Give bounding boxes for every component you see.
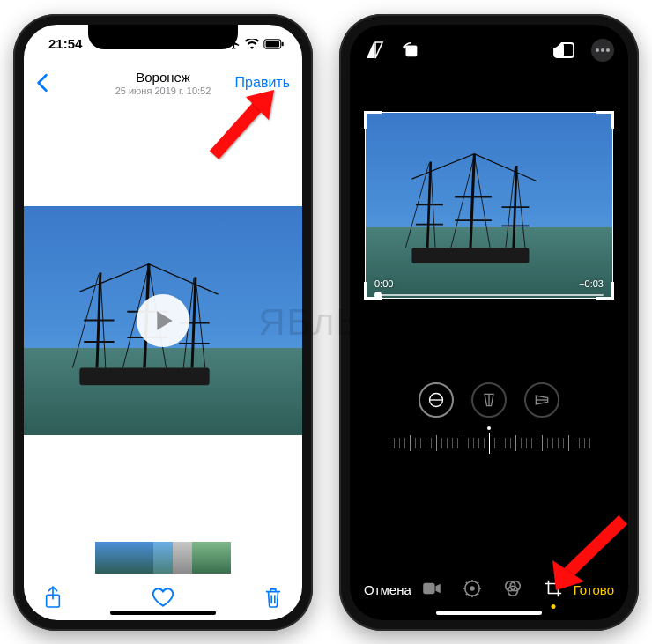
back-button[interactable] <box>36 73 48 93</box>
svg-point-10 <box>606 48 610 52</box>
home-indicator[interactable] <box>436 611 542 615</box>
wifi-icon <box>245 39 259 49</box>
more-button[interactable] <box>591 39 614 62</box>
time-remaining: −0:03 <box>579 278 604 289</box>
crop-frame[interactable]: 0:00 −0:03 <box>366 113 612 298</box>
filters-icon <box>503 579 522 598</box>
trash-icon[interactable] <box>263 586 283 609</box>
thumbnail[interactable] <box>211 542 231 574</box>
play-icon <box>155 309 174 332</box>
tab-video[interactable] <box>422 581 441 599</box>
tab-adjust[interactable] <box>463 579 482 602</box>
heart-icon[interactable] <box>152 587 174 608</box>
thumbnail[interactable] <box>192 542 211 574</box>
adjust-icon <box>463 579 482 598</box>
svg-rect-1 <box>266 41 279 47</box>
cancel-button[interactable]: Отмена <box>364 582 411 597</box>
time-current: 0:00 <box>374 278 393 289</box>
straighten-icon <box>427 391 445 409</box>
tab-filters[interactable] <box>503 579 522 602</box>
home-indicator[interactable] <box>110 611 216 615</box>
svg-rect-11 <box>411 248 529 263</box>
svg-rect-16 <box>423 582 434 593</box>
media-viewer[interactable] <box>24 102 302 539</box>
svg-point-8 <box>596 48 599 52</box>
vertical-perspective-icon <box>480 391 498 409</box>
notch <box>88 25 238 49</box>
svg-point-9 <box>601 48 604 52</box>
svg-rect-3 <box>80 368 210 386</box>
thumbnail[interactable] <box>134 542 153 574</box>
status-time: 21:54 <box>48 36 82 51</box>
phone-left: 21:54 Воронеж 25 июня 2019 г. 10:52 Прав… <box>13 14 313 631</box>
thumbnail[interactable] <box>95 542 115 574</box>
svg-rect-2 <box>282 41 284 45</box>
phone-right: 0:00 −0:03 <box>339 14 639 631</box>
adjustment-modes <box>350 382 628 418</box>
horizontal-perspective-icon <box>533 391 551 409</box>
annotation-arrow-crop <box>544 509 632 597</box>
play-button[interactable] <box>137 294 189 347</box>
video-icon <box>422 581 441 596</box>
thumbnail[interactable] <box>153 542 173 574</box>
thumbnail[interactable] <box>115 542 134 574</box>
share-icon[interactable] <box>43 585 63 610</box>
battery-icon <box>263 39 285 49</box>
rotation-dial[interactable] <box>350 430 628 456</box>
flip-icon[interactable] <box>364 41 385 60</box>
thumbnail-scrubber[interactable] <box>24 539 302 578</box>
crop-handle-tl[interactable] <box>364 111 382 129</box>
horizontal-perspective-button[interactable] <box>524 382 559 418</box>
editor-tabs <box>422 579 563 602</box>
straighten-button[interactable] <box>419 382 454 418</box>
annotation-arrow-edit <box>205 83 285 162</box>
svg-rect-5 <box>406 45 418 56</box>
thumbnail[interactable] <box>173 542 192 574</box>
video-timeline[interactable]: 0:00 −0:03 <box>374 278 604 289</box>
svg-point-18 <box>470 586 475 591</box>
ship-illustration <box>381 138 568 279</box>
video-preview <box>24 206 302 435</box>
more-icon <box>596 48 610 52</box>
crop-handle-tr[interactable] <box>596 111 614 129</box>
notch <box>414 25 564 49</box>
vertical-perspective-button[interactable] <box>471 382 507 418</box>
